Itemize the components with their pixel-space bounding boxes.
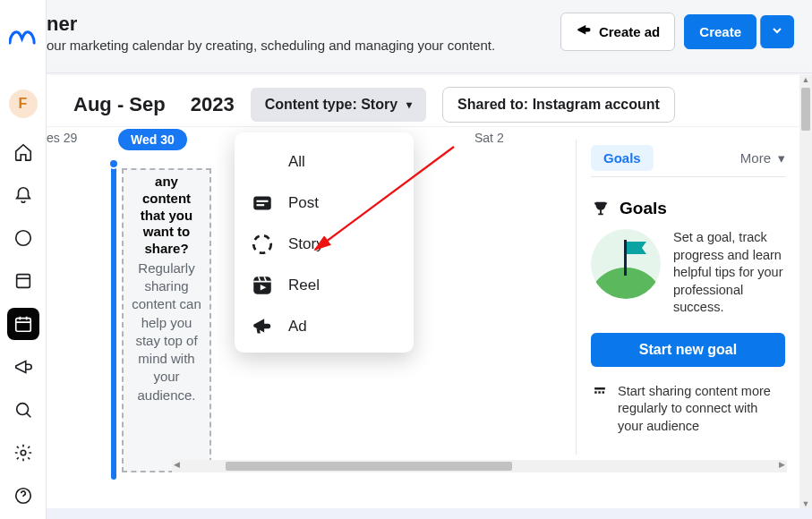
- ad-icon: [251, 315, 274, 338]
- content-prompt-card[interactable]: any content that you want to share? Regu…: [122, 168, 211, 472]
- svg-rect-7: [257, 200, 269, 202]
- nav-notifications[interactable]: [7, 179, 39, 211]
- filters-row: Aug - Sep 2023 Content type: Story ▾ Sha…: [47, 75, 799, 127]
- goals-description: Set a goal, track progress and learn hel…: [673, 229, 785, 317]
- blank-icon: [251, 150, 274, 174]
- content-type-filter[interactable]: Content type: Story ▾: [251, 88, 426, 122]
- dropdown-item-story[interactable]: Story: [235, 224, 414, 265]
- goals-tip: Start sharing content more regularly to …: [591, 383, 785, 436]
- nav-planner[interactable]: [7, 308, 39, 340]
- nav-inbox[interactable]: [7, 222, 39, 254]
- dropdown-item-reel[interactable]: Reel: [235, 265, 414, 306]
- top-banner: ner our marketing calendar by creating, …: [47, 0, 812, 73]
- svg-rect-1: [16, 275, 30, 288]
- create-label: Create: [699, 24, 741, 39]
- content-type-label: Content type: Story: [265, 97, 397, 113]
- day-sat: Sat 2: [474, 131, 504, 145]
- caret-down-icon: ▾: [778, 150, 785, 166]
- create-button[interactable]: Create: [684, 14, 756, 49]
- svg-rect-6: [253, 196, 271, 209]
- left-nav-rail: F: [0, 0, 47, 519]
- timeline-dot: [108, 158, 119, 169]
- page-title: ner: [47, 13, 495, 36]
- day-prev: es 29: [47, 131, 77, 145]
- horizontal-scrollbar[interactable]: [172, 460, 787, 472]
- svg-point-9: [253, 235, 271, 253]
- timeline-rail: [111, 161, 116, 480]
- dropdown-label-story: Story: [288, 235, 324, 253]
- post-icon: [251, 191, 274, 215]
- svg-point-0: [15, 231, 30, 246]
- page-subtitle: our marketing calendar by creating, sche…: [47, 38, 495, 53]
- goals-heading: Goals: [591, 199, 785, 218]
- nav-content[interactable]: [7, 265, 39, 297]
- start-goal-label: Start new goal: [639, 342, 737, 357]
- dropdown-item-all[interactable]: All: [235, 141, 414, 183]
- dropdown-label-post: Post: [288, 194, 319, 212]
- calendar-icon: [591, 383, 609, 401]
- card-question: any content that you want to share?: [129, 174, 204, 258]
- page: ner our marketing calendar by creating, …: [47, 0, 812, 519]
- month-range: Aug - Sep: [73, 94, 166, 115]
- meta-logo: [9, 25, 38, 57]
- shared-to-filter[interactable]: Shared to: Instagram account: [442, 87, 675, 123]
- svg-rect-8: [257, 204, 265, 206]
- month-picker[interactable]: Aug - Sep 2023: [73, 93, 235, 116]
- create-ad-label: Create ad: [599, 24, 660, 39]
- trophy-icon: [591, 199, 611, 218]
- dropdown-label-all: All: [288, 153, 305, 171]
- card-body: Regularly sharing content can help you s…: [129, 260, 204, 404]
- nav-search[interactable]: [7, 394, 39, 426]
- dropdown-label-ad: Ad: [288, 318, 307, 336]
- horizontal-scrollbar-thumb[interactable]: [226, 462, 512, 471]
- caret-down-icon: [772, 25, 782, 36]
- goals-heading-text: Goals: [620, 199, 667, 218]
- planner-surface: Aug - Sep 2023 Content type: Story ▾ Sha…: [47, 75, 799, 508]
- flag-icon: [621, 240, 652, 276]
- avatar-initial: F: [19, 96, 28, 112]
- nav-home[interactable]: [7, 136, 39, 168]
- nav-ads[interactable]: [7, 351, 39, 383]
- dropdown-label-reel: Reel: [288, 277, 320, 294]
- nav-help[interactable]: [7, 480, 39, 512]
- svg-point-3: [16, 404, 28, 415]
- svg-point-4: [21, 450, 26, 455]
- shared-to-label: Shared to: Instagram account: [457, 97, 660, 112]
- goals-illustration: [591, 229, 661, 299]
- dropdown-item-ad[interactable]: Ad: [235, 306, 414, 347]
- goals-panel: Goals More ▾ Goals Set a goal, track pro…: [576, 140, 799, 455]
- tab-more-label: More: [740, 150, 771, 166]
- megaphone-icon: [576, 22, 592, 41]
- vertical-scrollbar[interactable]: [799, 75, 812, 508]
- story-icon: [251, 233, 274, 256]
- dropdown-item-post[interactable]: Post: [235, 183, 414, 224]
- svg-rect-12: [624, 240, 627, 276]
- nav-settings[interactable]: [7, 437, 39, 469]
- create-caret-button[interactable]: [760, 15, 794, 48]
- svg-rect-2: [15, 319, 30, 332]
- start-goal-button[interactable]: Start new goal: [591, 333, 785, 367]
- tab-goals[interactable]: Goals: [591, 145, 654, 171]
- month-year: 2023: [191, 93, 235, 116]
- reel-icon: [251, 274, 274, 297]
- create-ad-button[interactable]: Create ad: [560, 13, 675, 51]
- day-current-pill[interactable]: Wed 30: [118, 129, 187, 150]
- vertical-scrollbar-thumb[interactable]: [801, 88, 810, 131]
- account-avatar[interactable]: F: [9, 89, 38, 118]
- goals-tip-text: Start sharing content more regularly to …: [618, 383, 785, 436]
- caret-down-icon: ▾: [406, 98, 412, 111]
- content-type-dropdown: All Post Story Reel: [235, 132, 414, 353]
- tab-more[interactable]: More ▾: [740, 150, 785, 166]
